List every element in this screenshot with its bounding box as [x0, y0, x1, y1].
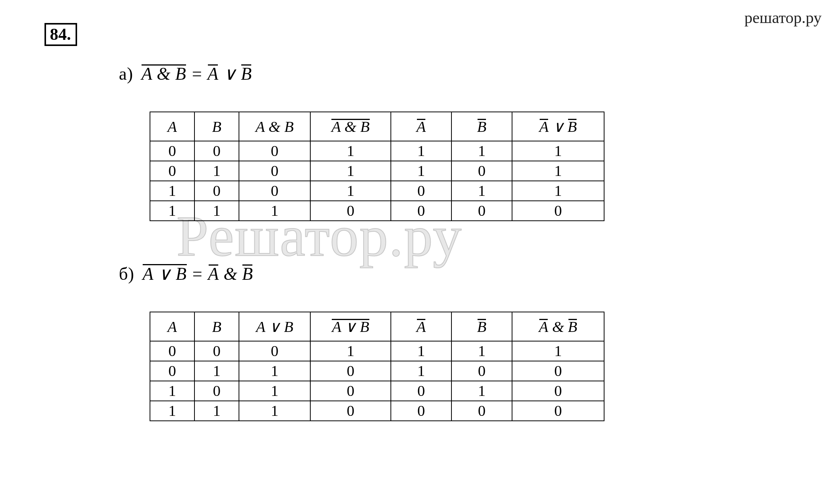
cell: 0 [150, 161, 194, 181]
cell: 1 [310, 141, 391, 161]
formula-b-eq: = [187, 264, 208, 284]
cell: 1 [150, 201, 194, 221]
cell: 0 [391, 381, 451, 401]
label-a: а) [119, 64, 133, 84]
table-row: 0 0 0 1 1 1 1 [150, 341, 604, 361]
cell: 1 [150, 181, 194, 201]
table-a-header-row: A B A & B A & B A B A ∨ B [150, 112, 604, 141]
cell: 0 [310, 361, 391, 381]
cell: 0 [239, 341, 310, 361]
cell: 1 [150, 401, 194, 421]
problem-number-box: 84. [44, 23, 77, 46]
cell: 1 [451, 381, 512, 401]
formula-a-rhs-not-b: B [241, 64, 252, 84]
cell: 0 [451, 161, 512, 181]
cell: 0 [512, 401, 604, 421]
site-watermark: решатор.ру [744, 8, 822, 27]
cell: 0 [451, 201, 512, 221]
cell: 1 [310, 341, 391, 361]
formula-b-rhs-join: & [219, 264, 242, 284]
cell: 1 [239, 401, 310, 421]
cell: 1 [512, 141, 604, 161]
cell: 1 [451, 141, 512, 161]
truth-table-a: A B A & B A & B A B A ∨ B 0 0 0 1 1 1 1 [150, 112, 604, 221]
cell: 1 [512, 161, 604, 181]
th-b-A: A [150, 312, 194, 341]
table-row: 0 1 1 0 1 0 0 [150, 361, 604, 381]
cell: 0 [310, 201, 391, 221]
th-a-not-B: B [451, 112, 512, 141]
truth-table-b: A B A ∨ B A ∨ B A B A & B 0 0 0 1 1 1 1 [150, 312, 604, 421]
cell: 0 [391, 181, 451, 201]
th-b-final: A & B [512, 312, 604, 341]
formula-b-rhs-not-b: B [242, 264, 253, 284]
content-area: а) A & B = A ∨ B A B A & B A & B A B A ∨… [119, 63, 604, 463]
table-b-header-row: A B A ∨ B A ∨ B A B A & B [150, 312, 604, 341]
cell: 0 [239, 141, 310, 161]
th-b-not-AB: A ∨ B [310, 312, 391, 341]
problem-number: 84. [50, 25, 71, 44]
cell: 0 [194, 141, 239, 161]
table-row: 1 1 1 0 0 0 0 [150, 401, 604, 421]
cell: 0 [150, 341, 194, 361]
th-b-not-B: B [451, 312, 512, 341]
th-a-A: A [150, 112, 194, 141]
th-a-not-AB: A & B [310, 112, 391, 141]
table-row: 1 0 1 0 0 1 0 [150, 381, 604, 401]
cell: 0 [150, 141, 194, 161]
cell: 1 [391, 141, 451, 161]
cell: 1 [512, 181, 604, 201]
cell: 0 [194, 341, 239, 361]
formula-b-lhs-overline: A ∨ B [143, 263, 187, 284]
cell: 1 [239, 381, 310, 401]
formula-b-rhs-not-a: A [208, 264, 219, 284]
table-row: 0 1 0 1 1 0 1 [150, 161, 604, 181]
cell: 1 [194, 161, 239, 181]
th-a-B: B [194, 112, 239, 141]
table-row: 1 1 1 0 0 0 0 [150, 201, 604, 221]
cell: 1 [194, 401, 239, 421]
th-b-AB: A ∨ B [239, 312, 310, 341]
label-b: б) [119, 264, 134, 284]
cell: 0 [310, 381, 391, 401]
th-a-AB: A & B [239, 112, 310, 141]
table-row: 0 0 0 1 1 1 1 [150, 141, 604, 161]
table-a-body: 0 0 0 1 1 1 1 0 1 0 1 1 0 1 1 0 0 1 [150, 141, 604, 221]
cell: 0 [391, 201, 451, 221]
cell: 0 [512, 201, 604, 221]
cell: 0 [391, 401, 451, 421]
cell: 1 [194, 361, 239, 381]
cell: 0 [239, 161, 310, 181]
th-b-B: B [194, 312, 239, 341]
cell: 1 [150, 381, 194, 401]
cell: 0 [194, 381, 239, 401]
table-b-body: 0 0 0 1 1 1 1 0 1 1 0 1 0 0 1 0 1 0 [150, 341, 604, 421]
cell: 0 [512, 361, 604, 381]
cell: 0 [512, 381, 604, 401]
table-row: 1 0 0 1 0 1 1 [150, 181, 604, 201]
cell: 0 [194, 181, 239, 201]
th-b-not-A: A [391, 312, 451, 341]
formula-a-lhs-overline: A & B [142, 64, 186, 84]
formula-a-rhs-not-a: A [208, 64, 219, 84]
formula-a-eq: = [186, 64, 208, 84]
cell: 1 [194, 201, 239, 221]
cell: 1 [451, 341, 512, 361]
cell: 0 [239, 181, 310, 201]
th-a-not-A: A [391, 112, 451, 141]
cell: 0 [150, 361, 194, 381]
formula-a: а) A & B = A ∨ B [119, 63, 604, 84]
cell: 1 [391, 341, 451, 361]
cell: 0 [451, 361, 512, 381]
cell: 1 [239, 201, 310, 221]
cell: 0 [451, 401, 512, 421]
cell: 1 [310, 161, 391, 181]
th-a-final: A ∨ B [512, 112, 604, 141]
cell: 1 [391, 161, 451, 181]
cell: 1 [451, 181, 512, 201]
cell: 1 [310, 181, 391, 201]
cell: 1 [391, 361, 451, 381]
formula-b: б) A ∨ B = A & B [119, 263, 604, 284]
cell: 1 [512, 341, 604, 361]
cell: 0 [310, 401, 391, 421]
